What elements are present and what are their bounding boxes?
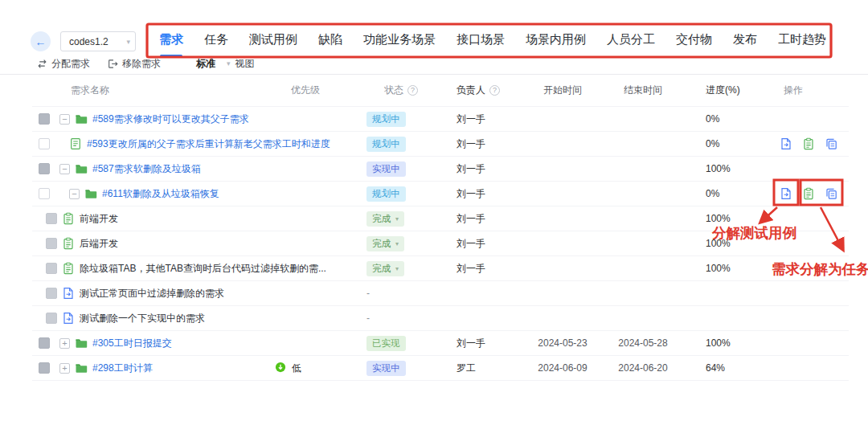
row-checkbox[interactable] <box>46 213 57 224</box>
table-row: −#589需求修改时可以更改其父子需求规划中刘一手0% <box>32 107 849 132</box>
project-select[interactable]: codes1.2 ▾ <box>60 31 136 51</box>
tab-5[interactable]: 接口场景 <box>457 29 505 53</box>
table-row: 前端开发完成▾刘一手100% <box>32 206 849 231</box>
assign-requirement-button[interactable]: 分配需求 <box>37 57 90 71</box>
table-row: #593更改所属的父子需求后重计算新老父需求工时和进度规划中刘一手0% <box>32 132 849 157</box>
row-checkbox[interactable] <box>39 362 50 374</box>
assignee-cell: 罗工 <box>442 362 522 375</box>
row-title[interactable]: 后端开发 <box>80 237 118 251</box>
tab-label: 交付物 <box>676 32 712 46</box>
assignee-cell: 刘一手 <box>442 137 522 151</box>
row-title[interactable]: #305工时日报提交 <box>92 337 172 350</box>
column-header-assignee: 负责人? <box>442 84 522 97</box>
row-checkbox[interactable] <box>39 188 50 199</box>
tab-4[interactable]: 功能业务场景 <box>363 29 436 53</box>
split-testcase-button[interactable] <box>780 137 792 150</box>
split-testcase-button[interactable] <box>780 187 792 200</box>
status-badge[interactable]: 完成▾ <box>366 261 404 276</box>
status-label: 完成 <box>372 238 391 250</box>
tab-0[interactable]: 需求 <box>159 29 183 53</box>
assignee-cell: 刘一手 <box>442 237 522 251</box>
view-mode-select[interactable]: 标准 ▾ 视图 <box>196 57 255 71</box>
status-badge[interactable]: 实现中 <box>366 361 406 376</box>
row-title[interactable]: #587需求软删除及垃圾箱 <box>92 162 201 176</box>
status-badge[interactable]: 实现中 <box>366 161 406 177</box>
back-button[interactable]: ← <box>31 31 51 51</box>
end-date-cell: 2024-06-20 <box>603 362 683 374</box>
row-title[interactable]: 前端开发 <box>80 212 118 226</box>
assignee-cell-value: 刘一手 <box>457 212 485 226</box>
swap-icon <box>37 59 47 69</box>
row-checkbox[interactable] <box>46 238 57 249</box>
copy-requirement-button[interactable] <box>825 187 837 200</box>
row-checkbox[interactable] <box>39 138 50 149</box>
tab-2[interactable]: 测试用例 <box>249 29 297 53</box>
tab-3[interactable]: 缺陷 <box>318 29 342 53</box>
tab-7[interactable]: 人员分工 <box>607 29 655 53</box>
status-label: 实现中 <box>372 163 400 175</box>
status-cell: 实现中 <box>362 361 442 376</box>
row-checkbox[interactable] <box>46 288 57 299</box>
row-checkbox[interactable] <box>46 313 57 324</box>
expand-toggle[interactable]: + <box>59 363 70 374</box>
tab-label: 发布 <box>733 32 757 46</box>
split-task-button[interactable] <box>802 137 815 150</box>
collapse-toggle[interactable]: − <box>59 164 70 174</box>
tab-1[interactable]: 任务 <box>204 29 228 53</box>
start-date-cell-value: 2024-06-09 <box>538 362 587 374</box>
progress-cell-value: 100% <box>706 163 731 174</box>
copy-requirement-button[interactable] <box>825 137 837 150</box>
expand-toggle[interactable]: + <box>59 338 70 349</box>
row-title[interactable]: #589需求修改时可以更改其父子需求 <box>92 112 249 126</box>
column-label: 结束时间 <box>624 84 662 97</box>
status-badge[interactable]: 规划中 <box>366 112 406 127</box>
testcase-icon <box>780 137 792 150</box>
progress-cell: 0% <box>683 138 751 149</box>
status-cell: 规划中 <box>362 137 442 152</box>
row-title[interactable]: #611软删除及从垃圾箱恢复 <box>102 187 219 201</box>
tab-8[interactable]: 交付物 <box>676 29 712 53</box>
copy-icon <box>825 137 837 150</box>
status-label: 规划中 <box>372 188 400 200</box>
remove-requirement-button[interactable]: 移除需求 <box>108 57 161 71</box>
end-date-cell-value: 2024-06-20 <box>618 362 667 374</box>
progress-cell: 0% <box>683 188 751 199</box>
tab-9[interactable]: 发布 <box>733 29 757 53</box>
name-cell: −#611软删除及从垃圾箱恢复 <box>32 187 273 201</box>
row-title[interactable]: #298工时计算 <box>92 362 153 375</box>
status-badge[interactable]: 完成▾ <box>366 236 404 251</box>
progress-cell-value: 0% <box>706 188 719 199</box>
column-label: 操作 <box>784 84 803 97</box>
split-task-button[interactable] <box>802 187 815 200</box>
row-title[interactable]: 除垃圾箱TAB，其他TAB查询时后台代码过滤掉软删的需... <box>80 262 326 276</box>
column-label: 需求名称 <box>71 84 109 97</box>
chevron-down-icon: ▾ <box>395 215 399 223</box>
row-checkbox[interactable] <box>46 263 57 274</box>
row-title[interactable]: #593更改所属的父子需求后重计算新老父需求工时和进度 <box>87 137 330 151</box>
row-title[interactable]: 测试删除一个下实现中的需求 <box>80 312 205 325</box>
task-icon <box>62 237 75 250</box>
row-checkbox[interactable] <box>39 337 50 349</box>
name-cell: +#298工时计算 <box>32 362 273 375</box>
status-badge[interactable]: 规划中 <box>366 186 406 202</box>
tab-10[interactable]: 工时趋势 <box>778 29 826 53</box>
column-header-start: 开始时间 <box>522 84 603 97</box>
progress-cell: 100% <box>683 337 751 349</box>
row-title[interactable]: 测试正常页面中过滤掉删除的需求 <box>80 287 224 300</box>
row-checkbox[interactable] <box>39 163 50 174</box>
tab-6[interactable]: 场景内用例 <box>526 29 586 53</box>
story-icon <box>69 137 82 150</box>
status-badge[interactable]: 已实现 <box>366 336 406 351</box>
collapse-toggle[interactable]: − <box>69 189 80 199</box>
status-label: 规划中 <box>372 138 400 150</box>
status-badge[interactable]: 完成▾ <box>366 211 404 227</box>
project-select-value: codes1.2 <box>69 36 108 47</box>
status-badge[interactable]: 规划中 <box>366 137 406 152</box>
folder-icon <box>75 112 88 125</box>
tab-bar: 需求任务测试用例缺陷功能业务场景接口场景场景内用例人员分工交付物发布工时趋势 <box>159 29 826 53</box>
collapse-toggle[interactable]: − <box>59 114 70 125</box>
status-empty: - <box>366 313 370 324</box>
name-cell: 后端开发 <box>32 237 273 251</box>
name-cell: 除垃圾箱TAB，其他TAB查询时后台代码过滤掉软删的需... <box>32 262 273 276</box>
row-checkbox[interactable] <box>39 113 50 125</box>
